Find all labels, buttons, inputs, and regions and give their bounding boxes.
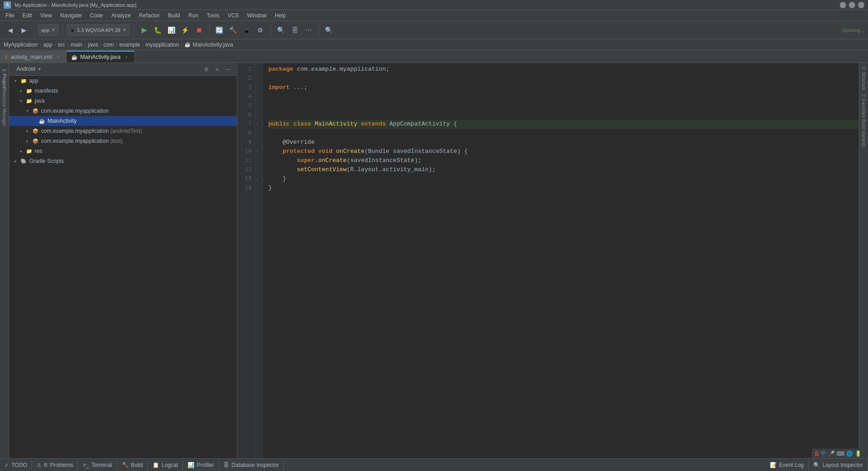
window-controls xyxy=(840,2,864,8)
profile-button[interactable]: ⚡ xyxy=(179,24,192,37)
package-icon: 📦 xyxy=(32,107,39,115)
tab-mainactivity-java[interactable]: ☕ MainActivity.java × xyxy=(67,51,135,63)
menu-run[interactable]: Run xyxy=(185,11,202,20)
code-editor[interactable]: 1 2 3 4 5 6 7 8 9 10 11 12 13 14 xyxy=(237,63,859,458)
sync-button[interactable]: 🔄 xyxy=(213,24,226,37)
panel-options-btn[interactable]: ≡ xyxy=(212,64,222,74)
menu-refactor[interactable]: Refactor xyxy=(136,11,163,20)
menu-file[interactable]: File xyxy=(2,11,18,20)
tree-arrow-java: ▾ xyxy=(18,98,24,104)
terminal-icon: >_ xyxy=(83,462,89,468)
menu-vcs[interactable]: VCS xyxy=(224,11,243,20)
menu-view[interactable]: View xyxy=(37,11,56,20)
tree-item-java[interactable]: ▾ 📁 java xyxy=(9,96,237,106)
breadcrumb-app[interactable]: app xyxy=(43,42,52,48)
tab-mainactivity-label: MainActivity.java xyxy=(80,54,120,60)
build-tab[interactable]: 🔨 Build xyxy=(117,459,148,471)
sogou-icon[interactable]: S xyxy=(815,450,819,457)
tree-arrow-androidtest: ▸ xyxy=(25,128,30,134)
tree-item-test[interactable]: ▸ 📦 com.example.myapplication (test) xyxy=(9,136,237,146)
terminal-tab[interactable]: >_ Terminal xyxy=(78,459,117,471)
minimize-button[interactable] xyxy=(840,2,846,8)
device-dropdown[interactable]: 📱 3.3 WQVGA API 28 ▼ xyxy=(67,24,130,36)
network-icon[interactable]: 🌐 xyxy=(846,450,853,457)
logcat-icon: 📋 xyxy=(152,462,159,468)
run-config-label: app xyxy=(41,27,49,33)
tree-item-manifests[interactable]: ▸ 📁 manifests xyxy=(9,86,237,96)
menu-window[interactable]: Window xyxy=(243,11,270,20)
tree-item-app[interactable]: ▾ 📁 app xyxy=(9,76,237,86)
maximize-button[interactable] xyxy=(849,2,855,8)
tree-arrow-mainactivity xyxy=(31,118,37,124)
build-button[interactable]: 🔨 xyxy=(227,24,240,37)
menu-code[interactable]: Code xyxy=(86,11,107,20)
search-everywhere-button[interactable]: 🔍 xyxy=(323,24,335,37)
tree-arrow-manifests: ▸ xyxy=(18,88,24,94)
run-buttons-section: ▶ 🐛 📊 ⚡ ⏹ xyxy=(138,24,205,37)
resource-manager-side-icon[interactable]: Resource Manager xyxy=(0,93,9,120)
menu-tools[interactable]: Tools xyxy=(203,11,223,20)
forward-button[interactable]: ▶ xyxy=(17,24,30,37)
menu-edit[interactable]: Edit xyxy=(19,11,36,20)
menu-help[interactable]: Help xyxy=(271,11,290,20)
stop-button[interactable]: ⏹ xyxy=(193,24,205,37)
menu-analyze[interactable]: Analyze xyxy=(108,11,135,20)
breadcrumb-com[interactable]: com xyxy=(104,42,114,48)
build-variants-side-icon[interactable]: Build Variants xyxy=(860,120,868,147)
avd-button[interactable]: 📱 xyxy=(241,24,253,37)
code-content[interactable]: package com.example.myapplication; impor… xyxy=(263,63,859,458)
close-button[interactable] xyxy=(858,2,864,8)
toolbar-sep-6 xyxy=(319,25,319,36)
breadcrumb-file[interactable]: ☕ MainActivity.java xyxy=(184,42,233,48)
breadcrumb-example[interactable]: example xyxy=(119,42,140,48)
tree-item-mainactivity[interactable]: ☕ MainActivity xyxy=(9,116,237,126)
sdk-button[interactable]: ⚙ xyxy=(254,24,267,37)
breadcrumb-myapplication2[interactable]: myapplication xyxy=(146,42,179,48)
todo-tab[interactable]: ✓ TODO xyxy=(0,459,32,471)
code-line-2 xyxy=(268,74,859,83)
layout-inspector-icon: 🔍 xyxy=(813,462,820,468)
mic-icon[interactable]: 🎤 xyxy=(828,450,835,457)
menu-build[interactable]: Build xyxy=(164,11,184,20)
tab-mainactivity-close[interactable]: × xyxy=(123,54,130,60)
event-log-tab[interactable]: 📝 Event Log xyxy=(765,459,809,471)
run-button[interactable]: ▶ xyxy=(138,24,151,37)
db-toolbar-btn[interactable]: 🗄 xyxy=(288,24,301,37)
problems-tab[interactable]: ⚠ 6: Problems xyxy=(32,459,78,471)
layout-inspector-tab[interactable]: 🔍 Layout Inspector xyxy=(809,459,868,471)
panel-settings-btn[interactable]: ⚙ xyxy=(201,64,211,74)
tree-item-package[interactable]: ▾ 📦 com.example.myapplication xyxy=(9,106,237,116)
run-config-dropdown[interactable]: app ▼ xyxy=(38,24,59,36)
battery-icon[interactable]: 🔋 xyxy=(855,450,862,457)
android-view-dropdown[interactable]: Android ▼ xyxy=(13,64,45,74)
back-button[interactable]: ◀ xyxy=(4,24,16,37)
chinese-icon[interactable]: 中 xyxy=(821,450,826,457)
database-inspector-tab[interactable]: 🗄 Database Inspector xyxy=(219,459,284,471)
tree-label-manifests: manifests xyxy=(35,88,237,94)
breadcrumb-myapplication[interactable]: MyApplication xyxy=(4,42,38,48)
menu-navigate[interactable]: Navigate xyxy=(57,11,85,20)
more-actions-btn[interactable]: ⋯ xyxy=(302,24,315,37)
debug-button[interactable]: 🐛 xyxy=(152,24,164,37)
breadcrumb-main[interactable]: main xyxy=(71,42,83,48)
folder-java-icon: 📁 xyxy=(26,97,33,105)
favorites-side-icon[interactable]: 2: Favorites xyxy=(860,92,868,120)
tree-item-gradle[interactable]: ▸ 🐘 Gradle Scripts xyxy=(9,156,237,166)
panel-minimize-btn[interactable]: — xyxy=(223,64,233,74)
structure-side-icon[interactable]: 2: Structure xyxy=(860,65,868,92)
keyboard-icon[interactable]: ⌨ xyxy=(837,450,844,457)
breadcrumb-java[interactable]: java xyxy=(88,42,98,48)
java-file-icon: ☕ xyxy=(71,54,78,60)
profiler-tab[interactable]: 📊 Profiler xyxy=(183,459,219,471)
logcat-tab[interactable]: 📋 Logcat xyxy=(148,459,183,471)
toolbar: ◀ ▶ app ▼ 📱 3.3 WQVGA API 28 ▼ ▶ 🐛 📊 ⚡ ⏹… xyxy=(0,21,868,39)
bottom-right-tabs: 📝 Event Log 🔍 Layout Inspector xyxy=(765,459,868,471)
layout-inspector-toolbar-btn[interactable]: 🔍 xyxy=(275,24,288,37)
tab-activity-main-xml[interactable]: X activity_main.xml × xyxy=(0,51,67,63)
tree-item-androidtest[interactable]: ▸ 📦 com.example.myapplication (androidTe… xyxy=(9,126,237,136)
tab-activity-main-close[interactable]: × xyxy=(55,54,62,60)
tree-item-res[interactable]: ▸ 📁 res xyxy=(9,146,237,156)
breadcrumb-src[interactable]: src xyxy=(58,42,65,48)
run-with-coverage-button[interactable]: 📊 xyxy=(165,24,178,37)
device-arrow: ▼ xyxy=(122,27,127,32)
